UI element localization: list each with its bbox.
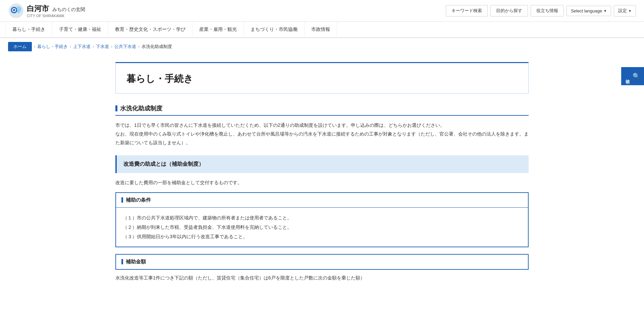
breadcrumb-sep-2: › — [70, 44, 71, 49]
nav-item-education[interactable]: 教育・歴史文化・スポーツ・学び — [108, 22, 193, 37]
breadcrumb-living[interactable]: 暮らし・手続き — [37, 44, 68, 50]
language-label: Select language — [571, 8, 602, 13]
blue-section-title: 改造費の助成とは（補助金制度） — [123, 161, 204, 167]
settings-button[interactable]: 設定 ▼ — [614, 5, 636, 16]
header-nav: キーワード検索 目的から探す 役立ち情報 Select language ▼ 設… — [446, 5, 636, 16]
condition-2: （２）納期が到来した市税、受益者負担金、下水道使用料を完納していること。 — [123, 222, 521, 232]
blue-section-box: 改造費の助成とは（補助金制度） — [115, 155, 529, 173]
page-heading: 暮らし・手続き — [126, 72, 518, 85]
nav-item-city[interactable]: 市政情報 — [305, 22, 337, 37]
subsidy-title: 補助金額 — [126, 259, 146, 265]
chevron-down-icon: ▼ — [628, 9, 632, 13]
nav-item-community[interactable]: まちづくり・市民協働 — [244, 22, 305, 37]
settings-label: 設定 — [618, 8, 627, 14]
breadcrumb-sep-4: › — [111, 44, 112, 49]
intro-text-2-content: なお、現在使用中のくみ取り式トイレや浄化槽を廃止し、あわせて台所や風呂場等からの… — [115, 131, 529, 145]
svg-point-2 — [13, 9, 15, 11]
logo-text-block: 白河市 みちのくの玄関 CITY OF SHIRAKAWA — [27, 4, 85, 18]
svg-point-0 — [9, 3, 23, 18]
condition-3: （３）供用開始日から3年以内に行う改造工事であること。 — [123, 232, 521, 241]
subsidy-section: 補助金額 — [115, 254, 529, 270]
side-search-button[interactable]: 🔍 検索 — [621, 67, 644, 85]
useful-info-button[interactable]: 役立ち情報 — [531, 5, 564, 16]
intro-text-1-content: 市では、1日でも早く市民の皆さんに下水道を接続していただくため、以下の2通りの助… — [115, 122, 445, 128]
breadcrumb-home[interactable]: ホーム — [8, 42, 32, 51]
breadcrumb-sep-5: › — [138, 44, 140, 49]
conditions-section: 補助の条件 （１）市の公共下水道処理区域内で、建築物の所有者または使用者であるこ… — [115, 192, 529, 247]
breadcrumb-sep-1: › — [34, 44, 35, 49]
breadcrumb-current: 水洗化助成制度 — [142, 44, 172, 50]
side-search-label: 検索 — [625, 75, 631, 77]
city-name: 白河市 — [27, 4, 49, 13]
conditions-header: 補助の条件 — [116, 193, 528, 208]
section-title-marker — [115, 105, 117, 111]
purpose-search-button[interactable]: 目的から探す — [490, 5, 528, 16]
breadcrumb-public-sewage[interactable]: 公共下水道 — [114, 44, 136, 50]
logo-sub: CITY OF SHIRAKAWA — [27, 14, 85, 18]
condition-1: （１）市の公共下水道処理区域内で、建築物の所有者または使用者であること。 — [123, 213, 521, 222]
language-select-button[interactable]: Select language ▼ — [567, 6, 611, 16]
nav-item-living[interactable]: 暮らし・手続き — [5, 22, 52, 37]
conditions-marker — [121, 197, 123, 203]
page-heading-box: 暮らし・手続き — [115, 62, 529, 94]
nav-item-childcare[interactable]: 子育て・健康・福祉 — [52, 22, 108, 37]
subsidy-desc: 水洗化改造等工事1件につき下記の額（ただし、賃貸住宅（集合住宅）は6戸を限度とし… — [115, 274, 529, 282]
logo: 白河市 みちのくの玄関 CITY OF SHIRAKAWA — [8, 3, 85, 19]
chevron-down-icon: ▼ — [603, 9, 607, 13]
breadcrumb-water[interactable]: 上下水道 — [73, 44, 91, 50]
conditions-list: （１）市の公共下水道処理区域内で、建築物の所有者または使用者であること。 （２）… — [123, 213, 521, 241]
logo-tagline: みちのくの玄関 — [52, 7, 85, 12]
section-title: 水洗化助成制度 — [115, 104, 529, 116]
section-title-text: 水洗化助成制度 — [120, 104, 162, 112]
conditions-content: （１）市の公共下水道処理区域内で、建築物の所有者または使用者であること。 （２）… — [116, 208, 528, 247]
logo-icon — [8, 3, 24, 19]
breadcrumb-sep-3: › — [93, 44, 94, 49]
search-icon: 🔍 — [633, 72, 641, 80]
intro-text-1: 市では、1日でも早く市民の皆さんに下水道を接続していただくため、以下の2通りの助… — [115, 121, 529, 147]
breadcrumb-sewage[interactable]: 下水道 — [96, 44, 109, 50]
header: 白河市 みちのくの玄関 CITY OF SHIRAKAWA キーワード検索 目的… — [0, 0, 644, 22]
content-wrapper: 暮らし・手続き 水洗化助成制度 市では、1日でも早く市民の皆さんに下水道を接続し… — [107, 55, 537, 301]
breadcrumb: ホーム › 暮らし・手続き › 上下水道 › 下水道 › 公共下水道 › 水洗化… — [0, 38, 644, 55]
blue-section-desc: 改造に要した費用の一部を補助金として交付するものです。 — [115, 178, 529, 187]
subsidy-header: 補助金額 — [116, 255, 528, 269]
conditions-title: 補助の条件 — [126, 197, 151, 203]
nav-item-industry[interactable]: 産業・雇用・観光 — [193, 22, 244, 37]
main-nav: 暮らし・手続き 子育て・健康・福祉 教育・歴史文化・スポーツ・学び 産業・雇用・… — [0, 22, 644, 38]
keyword-search-button[interactable]: キーワード検索 — [446, 5, 488, 16]
subsidy-marker — [121, 259, 123, 264]
